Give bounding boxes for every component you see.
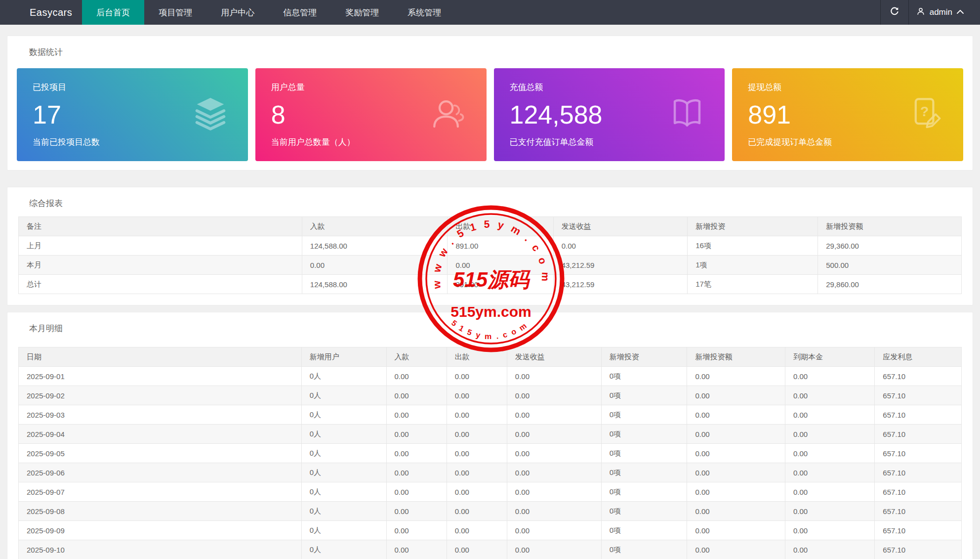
table-cell: 0.00	[447, 405, 507, 425]
stat-card: 充值总额124,588已支付充值订单总金额	[494, 68, 725, 161]
detail-table-head: 日期新增用户入款出款发送收益新增投资新增投资额到期本金应发利息	[19, 347, 962, 367]
table-cell: 0.00	[386, 502, 447, 521]
table-row: 2025-09-070人0.000.000.000项0.000.00657.10	[19, 482, 962, 502]
stat-card-label: 已投项目	[33, 82, 232, 93]
table-cell: 0.00	[507, 425, 601, 444]
table-cell: 0.00	[507, 386, 601, 405]
table-cell: 0项	[601, 521, 687, 540]
column-header: 应发利息	[875, 347, 962, 367]
table-cell: 0人	[301, 482, 386, 502]
table-cell: 0.00	[447, 521, 507, 540]
table-cell: 0项	[601, 463, 687, 482]
navbar-right: admin	[880, 0, 980, 25]
column-header: 发送收益	[553, 217, 688, 236]
table-cell: 2025-09-03	[19, 405, 302, 425]
column-header: 新增投资	[601, 347, 687, 367]
page-content: 数据统计 已投项目17当前已投项目总数用户总量8当前用户总数量（人）充值总额12…	[0, 25, 980, 559]
table-row: 2025-09-030人0.000.000.000项0.000.00657.10	[19, 405, 962, 425]
book-icon	[668, 95, 706, 134]
top-navbar: Easycars 后台首页项目管理用户中心信息管理奖励管理系统管理 admin	[0, 0, 980, 25]
table-cell: 0.00	[785, 502, 874, 521]
table-cell: 0.00	[447, 367, 507, 386]
table-cell: 0项	[601, 405, 687, 425]
nav-item-项目管理[interactable]: 项目管理	[144, 0, 206, 25]
stats-panel-title: 数据统计	[7, 36, 973, 57]
table-cell: 0.00	[687, 425, 785, 444]
table-cell: 2025-09-04	[19, 425, 302, 444]
table-cell: 2025-09-01	[19, 367, 302, 386]
table-cell: 657.10	[875, 386, 962, 405]
table-cell: 0人	[301, 444, 386, 463]
table-cell: 0.00	[785, 521, 874, 540]
table-cell: 0人	[301, 540, 386, 559]
table-row: 上月124,588.00891.000.0016项29,360.00	[19, 236, 962, 256]
nav-item-用户中心[interactable]: 用户中心	[206, 0, 269, 25]
table-cell: 657.10	[875, 444, 962, 463]
table-cell: 0.00	[507, 463, 601, 482]
table-cell: 0.00	[448, 256, 553, 275]
table-row: 2025-09-080人0.000.000.000项0.000.00657.10	[19, 502, 962, 521]
table-cell: 0.00	[447, 463, 507, 482]
table-cell: 0人	[301, 502, 386, 521]
summary-report-panel: 综合报表 备注入款出款发送收益新增投资新增投资额 上月124,588.00891…	[7, 187, 973, 305]
table-cell: 0.00	[507, 405, 601, 425]
table-cell: 0.00	[447, 386, 507, 405]
table-cell: 0.00	[687, 444, 785, 463]
refresh-button[interactable]	[881, 0, 908, 25]
table-cell: 上月	[19, 236, 302, 256]
column-header: 新增投资	[688, 217, 818, 236]
table-cell: 0.00	[785, 367, 874, 386]
table-cell: 0.00	[553, 236, 688, 256]
table-cell: 0.00	[687, 463, 785, 482]
column-header: 入款	[386, 347, 447, 367]
table-cell: 17笔	[688, 275, 818, 294]
table-cell: 0.00	[785, 386, 874, 405]
table-cell: 0.00	[447, 540, 507, 559]
table-cell: 0人	[301, 367, 386, 386]
stat-card: 用户总量8当前用户总数量（人）	[255, 68, 487, 161]
table-cell: 2025-09-02	[19, 386, 302, 405]
table-cell: 0项	[601, 367, 687, 386]
table-cell: 2025-09-10	[19, 540, 302, 559]
column-header: 发送收益	[507, 347, 601, 367]
table-cell: 0项	[601, 425, 687, 444]
table-cell: 43,212.59	[553, 256, 688, 275]
table-cell: 0.00	[386, 540, 447, 559]
column-header: 备注	[19, 217, 302, 236]
table-cell: 0人	[301, 405, 386, 425]
table-cell: 0.00	[386, 444, 447, 463]
table-cell: 657.10	[875, 482, 962, 502]
table-cell: 29,360.00	[818, 236, 962, 256]
nav-item-信息管理[interactable]: 信息管理	[269, 0, 331, 25]
table-cell: 0人	[301, 521, 386, 540]
table-cell: 2025-09-09	[19, 521, 302, 540]
nav-item-系统管理[interactable]: 系统管理	[393, 0, 455, 25]
table-cell: 0.00	[386, 367, 447, 386]
table-row: 本月0.000.0043,212.591项500.00	[19, 256, 962, 275]
stats-panel: 数据统计 已投项目17当前已投项目总数用户总量8当前用户总数量（人）充值总额12…	[7, 36, 973, 171]
refresh-icon	[889, 6, 900, 19]
table-row: 2025-09-020人0.000.000.000项0.000.00657.10	[19, 386, 962, 405]
table-cell: 500.00	[818, 256, 962, 275]
nav-item-奖励管理[interactable]: 奖励管理	[331, 0, 393, 25]
table-cell: 0.00	[687, 386, 785, 405]
month-detail-table: 日期新增用户入款出款发送收益新增投资新增投资额到期本金应发利息 2025-09-…	[18, 347, 962, 559]
table-cell: 0.00	[447, 425, 507, 444]
table-cell: 0.00	[785, 425, 874, 444]
nav-item-后台首页[interactable]: 后台首页	[82, 0, 144, 25]
table-cell: 本月	[19, 256, 302, 275]
table-cell: 657.10	[875, 502, 962, 521]
users-icon	[430, 95, 468, 134]
table-cell: 657.10	[875, 540, 962, 559]
user-menu[interactable]: admin	[909, 0, 980, 25]
column-header: 到期本金	[785, 347, 874, 367]
user-name: admin	[930, 7, 952, 17]
table-cell: 0项	[601, 386, 687, 405]
table-cell: 0.00	[785, 540, 874, 559]
layers-icon	[192, 95, 229, 134]
column-header: 入款	[302, 217, 448, 236]
table-cell: 657.10	[875, 405, 962, 425]
table-cell: 0.00	[386, 425, 447, 444]
table-cell: 2025-09-08	[19, 502, 302, 521]
stat-card-desc: 当前已投项目总数	[33, 136, 232, 148]
